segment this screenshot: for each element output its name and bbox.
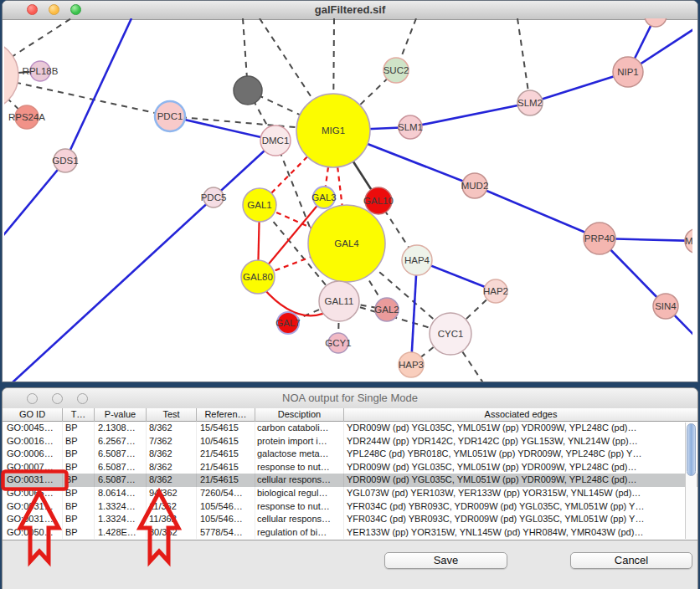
cell-type: BP [63, 461, 95, 474]
column-header-test[interactable]: Test [147, 408, 197, 422]
cell-edges: YFR034C (pd) YBR093C, YDR009W (pd) YGL03… [344, 513, 697, 526]
network-node-hap4[interactable] [402, 245, 432, 275]
cell-reference: 21/54615 [197, 474, 255, 487]
network-node-prp40[interactable] [584, 223, 615, 254]
vertical-scrollbar[interactable] [685, 423, 697, 539]
cell-type: BP [63, 448, 95, 461]
network-node-mig1[interactable] [296, 94, 370, 167]
cell-reference: 21/54615 [197, 448, 255, 461]
network-node-sin4[interactable] [653, 294, 678, 319]
cell-reference: 10/54615 [197, 435, 255, 448]
network-node-hap2[interactable] [484, 279, 507, 303]
cell-edges: YDR009W (pd) YGL035C, YML051W (pp) YDR00… [344, 461, 697, 474]
cell-go_id: GO:0031… [3, 513, 63, 526]
network-node-slm2[interactable] [517, 90, 543, 115]
table-row[interactable]: GO:0031…BP1.3324…11/362105/546…cellular … [3, 513, 697, 526]
network-node[interactable] [234, 76, 262, 105]
cell-description: regulation of bi… [255, 526, 344, 540]
network-node-dmc1[interactable] [260, 125, 291, 156]
network-node-pdc5[interactable] [203, 187, 224, 207]
cell-p_value: 6.5087… [95, 461, 147, 474]
cell-test: 11/362 [147, 500, 197, 514]
column-header-edges[interactable]: Associated edges [344, 408, 697, 422]
cell-test: 80/362 [147, 526, 197, 540]
cell-reference: 5778/54… [197, 526, 255, 540]
table-row[interactable]: GO:0031…BP6.5087…8/36221/54615cellular r… [3, 474, 697, 487]
network-node-gal2[interactable] [375, 298, 399, 321]
cell-description: cellular respons… [255, 474, 344, 487]
network-window-titlebar[interactable]: galFiltered.sif [3, 1, 697, 20]
cancel-button[interactable]: Cancel [570, 552, 692, 569]
network-node-gal11[interactable] [319, 281, 359, 321]
noa-window-title: NOA output for Single Mode [3, 392, 697, 404]
cell-p_value: 6.5087… [95, 474, 147, 487]
cell-description: carbon cataboli… [255, 422, 344, 435]
cell-edges: YER133W (pp) YOR315W, YNL145W (pd) YHR08… [344, 526, 697, 540]
network-node-gcy1[interactable] [328, 333, 348, 353]
cell-description: response to nut… [255, 500, 344, 514]
network-node-rpl18b[interactable] [30, 61, 50, 81]
cell-type: BP [63, 526, 95, 540]
scrollbar-thumb[interactable] [687, 423, 696, 476]
cell-type: BP [63, 474, 95, 487]
network-node-slm1[interactable] [399, 115, 422, 139]
cell-type: BP [63, 500, 95, 514]
column-header-p_value[interactable]: P-value [95, 408, 147, 422]
network-node-nip1[interactable] [613, 57, 643, 87]
cell-go_id: GO:0065… [3, 487, 63, 500]
network-node-gal10[interactable] [365, 187, 392, 214]
noa-window-titlebar[interactable]: NOA output for Single Mode [3, 388, 697, 409]
cell-reference: 105/546… [197, 513, 255, 526]
save-button[interactable]: Save [384, 552, 507, 569]
cell-test: 8/362 [147, 461, 197, 474]
cell-p_value: 1.428E… [95, 526, 147, 540]
table-row[interactable]: GO:0006…BP6.5087…8/36221/54615galactose … [3, 448, 697, 461]
cell-description: protein import i… [255, 435, 344, 448]
cell-test: 8/362 [147, 474, 197, 487]
cell-go_id: GO:0006… [3, 448, 63, 461]
network-window: galFiltered.sif [2, 0, 698, 382]
network-node-mud2[interactable] [462, 173, 487, 198]
table-row[interactable]: GO:0045…BP2.1308…8/36215/54615carbon cat… [3, 422, 697, 435]
table-header: GO IDT…P-valueTestReferen…DesciptionAsso… [3, 408, 697, 422]
network-node-gal1[interactable] [243, 188, 276, 222]
cell-go_id: GO:0045… [3, 422, 63, 435]
cell-p_value: 1.3324… [95, 513, 147, 526]
cell-go_id: GO:0016… [3, 435, 63, 448]
network-node-gal80[interactable] [241, 260, 275, 294]
column-header-description[interactable]: Desciption [255, 408, 344, 422]
network-node-cyc1[interactable] [430, 313, 471, 355]
cell-test: 7/362 [147, 435, 197, 448]
table-row[interactable]: GO:0007…BP6.5087…8/36221/54615response t… [3, 461, 697, 474]
network-node-hap3[interactable] [399, 352, 424, 377]
cell-type: BP [63, 513, 95, 526]
table-row[interactable]: GO:0031…BP1.3324…11/362105/546…response … [3, 500, 697, 514]
cell-p_value: 6.5087… [95, 448, 147, 461]
network-node-pdc1[interactable] [155, 101, 185, 131]
cell-p_value: 8.0614… [95, 487, 147, 500]
cell-description: galactose meta… [255, 448, 344, 461]
network-node-gal3[interactable] [313, 187, 335, 208]
cell-go_id: GO:0031… [3, 500, 63, 514]
column-header-type[interactable]: T… [63, 408, 95, 422]
cell-go_id: GO:0031… [3, 474, 63, 487]
network-node-suc2[interactable] [383, 58, 409, 83]
network-node-gal7[interactable] [277, 312, 299, 334]
cell-type: BP [63, 422, 95, 435]
cell-type: BP [63, 487, 95, 500]
table-row[interactable]: GO:0016…BP6.2567…7/36210/54615protein im… [3, 435, 697, 448]
network-node-gds1[interactable] [54, 149, 77, 172]
column-header-go_id[interactable]: GO ID [3, 408, 63, 422]
cell-p_value: 1.3324… [95, 500, 147, 514]
network-node-gal4[interactable] [308, 205, 385, 282]
network-node-rps24a[interactable] [15, 105, 39, 129]
cell-edges: YDR244W (pp) YDR142C, YDR142C (pp) YGL15… [344, 435, 697, 448]
cell-test: 94/362 [147, 487, 197, 500]
cell-reference: 21/54615 [197, 461, 255, 474]
cell-description: response to nut… [255, 461, 344, 474]
cell-reference: 15/54615 [197, 422, 255, 435]
table-row[interactable]: GO:0065…BP8.0614…94/3627260/54…biologica… [3, 487, 697, 500]
table-row[interactable]: GO:0050…BP1.428E…80/3625778/54…regulatio… [3, 526, 697, 540]
cell-reference: 7260/54… [197, 487, 255, 500]
column-header-reference[interactable]: Referen… [197, 408, 255, 422]
